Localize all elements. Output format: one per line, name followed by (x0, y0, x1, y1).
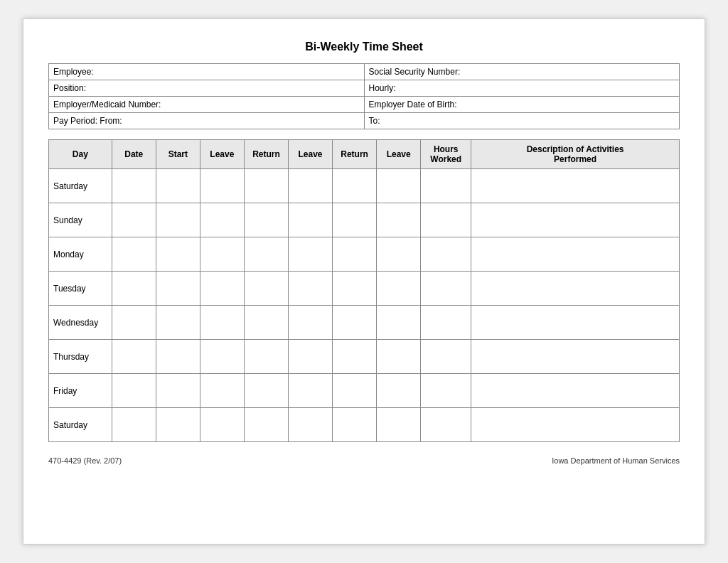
data-cell[interactable] (289, 272, 333, 306)
data-cell[interactable] (471, 272, 680, 306)
data-cell[interactable] (244, 272, 288, 306)
data-cell[interactable] (471, 203, 680, 237)
data-cell[interactable] (377, 169, 421, 203)
data-cell[interactable] (333, 203, 377, 237)
data-cell[interactable] (200, 203, 244, 237)
data-cell[interactable] (244, 169, 288, 203)
info-table: Employee:Social Security Number:Position… (48, 63, 680, 129)
footer-right: Iowa Department of Human Services (552, 456, 680, 465)
day-cell: Tuesday (49, 272, 112, 306)
data-cell[interactable] (333, 237, 377, 272)
data-cell[interactable] (471, 237, 680, 272)
page-title: Bi-Weekly Time Sheet (48, 41, 680, 53)
data-cell[interactable] (377, 272, 421, 306)
data-cell[interactable] (112, 169, 156, 203)
info-right-cell: Social Security Number: (364, 64, 680, 80)
column-header-description-of-activities-performed: Description of Activities Performed (471, 140, 680, 169)
data-cell[interactable] (112, 203, 156, 237)
data-cell[interactable] (200, 169, 244, 203)
day-cell: Saturday (49, 169, 112, 203)
column-header-date: Date (112, 140, 156, 169)
day-cell: Wednesday (49, 306, 112, 340)
day-cell: Friday (49, 374, 112, 408)
table-row: Sunday (49, 203, 680, 237)
data-cell[interactable] (156, 169, 200, 203)
data-cell[interactable] (421, 408, 471, 442)
footer-left: 470-4429 (Rev. 2/07) (48, 456, 122, 465)
table-row: Friday (49, 374, 680, 408)
data-cell[interactable] (200, 374, 244, 408)
data-cell[interactable] (421, 272, 471, 306)
data-cell[interactable] (244, 340, 288, 374)
data-cell[interactable] (156, 374, 200, 408)
data-cell[interactable] (289, 408, 333, 442)
data-cell[interactable] (112, 408, 156, 442)
data-cell[interactable] (471, 306, 680, 340)
table-row: Saturday (49, 408, 680, 442)
data-cell[interactable] (112, 306, 156, 340)
timesheet-page: Bi-Weekly Time Sheet Employee:Social Sec… (23, 18, 705, 545)
column-header-return: Return (244, 140, 288, 169)
column-header-day: Day (49, 140, 112, 169)
data-cell[interactable] (377, 374, 421, 408)
data-cell[interactable] (156, 408, 200, 442)
data-cell[interactable] (289, 340, 333, 374)
data-cell[interactable] (471, 169, 680, 203)
data-cell[interactable] (112, 237, 156, 272)
data-cell[interactable] (377, 306, 421, 340)
table-row: Monday (49, 237, 680, 272)
data-cell[interactable] (421, 340, 471, 374)
data-cell[interactable] (112, 340, 156, 374)
column-header-start: Start (156, 140, 200, 169)
data-cell[interactable] (156, 203, 200, 237)
data-cell[interactable] (333, 340, 377, 374)
data-cell[interactable] (333, 374, 377, 408)
data-cell[interactable] (421, 203, 471, 237)
data-cell[interactable] (333, 169, 377, 203)
day-cell: Monday (49, 237, 112, 272)
data-cell[interactable] (421, 306, 471, 340)
data-cell[interactable] (112, 374, 156, 408)
data-cell[interactable] (289, 374, 333, 408)
data-cell[interactable] (244, 374, 288, 408)
data-cell[interactable] (333, 306, 377, 340)
data-cell[interactable] (377, 408, 421, 442)
data-cell[interactable] (289, 306, 333, 340)
data-cell[interactable] (244, 306, 288, 340)
data-cell[interactable] (333, 272, 377, 306)
data-cell[interactable] (244, 408, 288, 442)
data-cell[interactable] (156, 237, 200, 272)
data-cell[interactable] (471, 340, 680, 374)
data-cell[interactable] (200, 306, 244, 340)
data-cell[interactable] (200, 408, 244, 442)
info-right-cell: To: (364, 113, 680, 129)
data-cell[interactable] (289, 237, 333, 272)
data-cell[interactable] (471, 374, 680, 408)
data-cell[interactable] (289, 169, 333, 203)
data-cell[interactable] (377, 203, 421, 237)
data-cell[interactable] (156, 340, 200, 374)
column-header-leave: Leave (289, 140, 333, 169)
data-cell[interactable] (244, 203, 288, 237)
data-cell[interactable] (421, 237, 471, 272)
data-cell[interactable] (156, 306, 200, 340)
info-left-cell: Pay Period: From: (49, 113, 365, 129)
data-cell[interactable] (244, 237, 288, 272)
data-cell[interactable] (112, 272, 156, 306)
data-cell[interactable] (421, 169, 471, 203)
column-header-hours-worked: Hours Worked (421, 140, 471, 169)
column-header-return: Return (333, 140, 377, 169)
data-cell[interactable] (200, 272, 244, 306)
data-cell[interactable] (200, 237, 244, 272)
data-cell[interactable] (156, 272, 200, 306)
data-cell[interactable] (421, 374, 471, 408)
info-right-cell: Employer Date of Birth: (364, 97, 680, 113)
data-cell[interactable] (471, 408, 680, 442)
table-row: Thursday (49, 340, 680, 374)
data-cell[interactable] (377, 237, 421, 272)
data-cell[interactable] (377, 340, 421, 374)
info-left-cell: Employee: (49, 64, 365, 80)
data-cell[interactable] (333, 408, 377, 442)
data-cell[interactable] (289, 203, 333, 237)
data-cell[interactable] (200, 340, 244, 374)
